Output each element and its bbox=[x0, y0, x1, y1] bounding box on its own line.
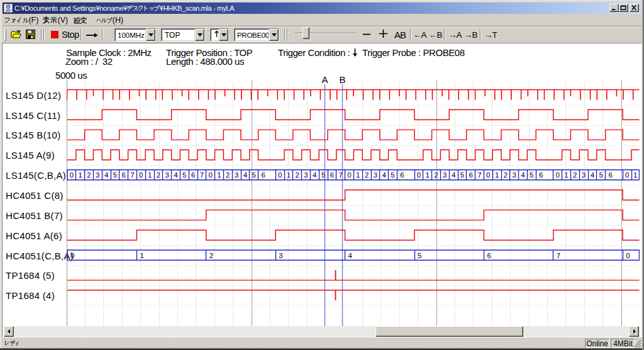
svg-text:0: 0 bbox=[555, 171, 559, 179]
svg-text:1: 1 bbox=[564, 171, 568, 179]
svg-text:5: 5 bbox=[182, 171, 186, 179]
svg-text:3: 3 bbox=[165, 171, 169, 179]
svg-text:1: 1 bbox=[287, 171, 291, 179]
svg-text:4: 4 bbox=[104, 171, 109, 179]
svg-text:5: 5 bbox=[113, 171, 117, 179]
svg-text:6: 6 bbox=[191, 171, 195, 179]
svg-text:4: 4 bbox=[382, 171, 386, 179]
svg-text:1: 1 bbox=[356, 171, 360, 179]
svg-text:6: 6 bbox=[330, 171, 334, 179]
svg-text:2: 2 bbox=[365, 171, 369, 179]
svg-text:7: 7 bbox=[130, 171, 134, 179]
svg-text:1: 1 bbox=[140, 252, 143, 259]
svg-text:3: 3 bbox=[279, 252, 282, 259]
svg-text:7: 7 bbox=[557, 252, 560, 259]
svg-text:2: 2 bbox=[209, 252, 213, 259]
svg-text:5: 5 bbox=[418, 252, 421, 259]
svg-text:2: 2 bbox=[504, 171, 508, 179]
svg-text:4: 4 bbox=[591, 171, 595, 179]
svg-text:0: 0 bbox=[208, 171, 212, 179]
svg-text:A: A bbox=[321, 74, 328, 85]
svg-text:7: 7 bbox=[200, 171, 204, 179]
svg-text:1: 1 bbox=[425, 171, 429, 179]
svg-text:0: 0 bbox=[625, 171, 629, 179]
svg-text:0: 0 bbox=[347, 171, 351, 179]
svg-text:0: 0 bbox=[70, 171, 74, 179]
svg-text:3: 3 bbox=[512, 171, 516, 179]
svg-text:3: 3 bbox=[374, 171, 377, 179]
svg-text:0: 0 bbox=[70, 252, 74, 259]
svg-text:4: 4 bbox=[452, 171, 456, 179]
svg-text:7: 7 bbox=[477, 171, 481, 179]
svg-text:5: 5 bbox=[530, 171, 533, 179]
svg-text:6: 6 bbox=[261, 171, 265, 179]
svg-text:6: 6 bbox=[121, 171, 125, 179]
svg-text:B: B bbox=[339, 74, 345, 85]
svg-text:0: 0 bbox=[626, 252, 630, 259]
svg-text:5: 5 bbox=[321, 171, 325, 179]
svg-text:2: 2 bbox=[226, 171, 230, 179]
svg-text:2: 2 bbox=[434, 171, 438, 179]
svg-text:2: 2 bbox=[295, 171, 299, 179]
svg-text:0: 0 bbox=[486, 171, 490, 179]
svg-text:2: 2 bbox=[573, 171, 577, 179]
svg-text:0: 0 bbox=[139, 171, 143, 179]
svg-text:2: 2 bbox=[87, 171, 91, 179]
svg-text:0: 0 bbox=[278, 171, 282, 179]
svg-text:6: 6 bbox=[400, 171, 404, 179]
svg-text:1: 1 bbox=[148, 171, 152, 179]
svg-text:1: 1 bbox=[217, 171, 221, 179]
svg-text:6: 6 bbox=[487, 252, 491, 259]
svg-text:4: 4 bbox=[521, 171, 525, 179]
svg-text:3: 3 bbox=[96, 171, 99, 179]
svg-text:3: 3 bbox=[582, 171, 586, 179]
svg-text:4: 4 bbox=[313, 171, 317, 179]
svg-text:6: 6 bbox=[539, 171, 543, 179]
svg-text:7: 7 bbox=[338, 171, 342, 179]
svg-text:6: 6 bbox=[608, 171, 612, 179]
svg-text:3: 3 bbox=[235, 171, 238, 179]
svg-text:5: 5 bbox=[252, 171, 255, 179]
svg-text:0: 0 bbox=[417, 171, 421, 179]
svg-text:4: 4 bbox=[348, 252, 353, 259]
svg-text:3: 3 bbox=[304, 171, 308, 179]
svg-text:5: 5 bbox=[460, 171, 464, 179]
svg-text:1: 1 bbox=[78, 171, 82, 179]
svg-text:1: 1 bbox=[633, 171, 637, 179]
svg-text:5: 5 bbox=[391, 171, 394, 179]
svg-text:1: 1 bbox=[495, 171, 499, 179]
svg-text:3: 3 bbox=[443, 171, 447, 179]
svg-text:5: 5 bbox=[599, 171, 602, 179]
svg-text:4: 4 bbox=[243, 171, 248, 179]
svg-text:6: 6 bbox=[469, 171, 472, 179]
svg-text:4: 4 bbox=[174, 171, 178, 179]
svg-text:2: 2 bbox=[157, 171, 160, 179]
